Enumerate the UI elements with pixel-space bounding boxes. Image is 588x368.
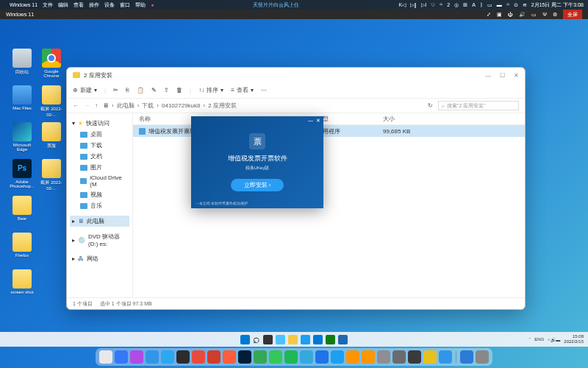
vm-usb-icon[interactable]: Ψ	[542, 12, 547, 17]
dock-app-15[interactable]	[331, 350, 344, 364]
sidebar-item-dvd[interactable]: ▸💿DVD 驱动器 (D:) es:	[70, 231, 129, 249]
vm-fullscreen-button[interactable]: 全屏	[563, 10, 582, 19]
dock-app-23[interactable]	[460, 350, 473, 364]
sidebar-item-documents[interactable]: 文档	[70, 151, 129, 162]
vm-power-icon[interactable]: ⏻	[508, 12, 513, 17]
vm-expand-icon[interactable]: ⤢	[487, 12, 491, 18]
install-button[interactable]: 立即安装 ›	[231, 179, 284, 191]
dock-app-11[interactable]	[269, 350, 282, 364]
display-icon[interactable]: ⊞	[463, 2, 467, 8]
menu-action[interactable]: 操作	[89, 1, 99, 9]
vm-display-icon[interactable]: ▭	[531, 12, 537, 18]
dock-app-7[interactable]	[207, 350, 220, 364]
installer-minimize[interactable]: —	[308, 118, 313, 124]
dock-app-9[interactable]	[238, 350, 251, 364]
next-icon[interactable]: ▷I	[421, 2, 426, 8]
refresh-icon[interactable]: ↻	[428, 102, 433, 109]
desktop-icon-bear[interactable]: Bear	[10, 196, 35, 221]
widgets-icon[interactable]	[276, 335, 285, 344]
menu-window[interactable]: 窗口	[120, 1, 130, 9]
menu-view[interactable]: 查看	[74, 1, 84, 9]
dock-app-19[interactable]	[392, 350, 406, 364]
window-titlebar[interactable]: 2 应用安装 — ☐ ✕	[67, 68, 525, 82]
dock-app-6[interactable]	[192, 350, 205, 364]
dock-app-5[interactable]	[176, 350, 190, 364]
desktop-icon--2022-02-[interactable]: 截屏 2022-02-...	[39, 159, 64, 191]
bluetooth-icon[interactable]: ᛒ	[480, 2, 483, 7]
dock-app-16[interactable]	[346, 350, 359, 364]
app-icon-2[interactable]	[338, 335, 348, 344]
menu-device[interactable]: 设备	[104, 1, 115, 9]
sidebar-item-videos[interactable]: 视频	[70, 189, 129, 200]
cloud-icon[interactable]: ⌔	[440, 2, 442, 7]
sidebar-item-desktop[interactable]: 桌面	[70, 129, 129, 140]
sidebar-item-network[interactable]: ▸🖧网络	[70, 253, 129, 264]
dock-app-4[interactable]	[161, 350, 174, 364]
screen-icon[interactable]: ▭	[487, 2, 492, 8]
app-name[interactable]: Windows 11	[10, 2, 37, 7]
edge-icon[interactable]	[301, 335, 310, 344]
dock-app-2[interactable]	[130, 350, 143, 364]
tray-lang[interactable]: ENG	[534, 337, 544, 342]
dock-app-20[interactable]	[408, 350, 421, 364]
search-input[interactable]: ⌕ 搜索"2 应用安装"	[438, 101, 519, 110]
new-button[interactable]: ⊕ 新建 ▾	[73, 86, 97, 94]
close-button[interactable]: ✕	[514, 72, 519, 79]
sidebar-item-pictures[interactable]: 图片	[70, 162, 129, 173]
dock-app-12[interactable]	[284, 350, 298, 364]
dock-app-13[interactable]	[300, 350, 313, 364]
dock-app-3[interactable]	[146, 350, 159, 364]
desktop-icon--2022-02-[interactable]: 截屏 2022-02-...	[39, 85, 64, 117]
forward-button[interactable]: →	[84, 102, 90, 109]
desktop-icon-mac-files[interactable]: Mac Files	[10, 85, 35, 110]
desktop-icon-firefox[interactable]: Firefox	[10, 233, 35, 258]
sort-button[interactable]: ↑↓ 排序 ▾	[198, 86, 223, 94]
dock-app-24[interactable]	[476, 350, 489, 364]
vm-folder-icon[interactable]: ▣	[497, 12, 502, 18]
date-time[interactable]: 2月15日 周二 下午3:08	[531, 1, 584, 9]
sync-icon[interactable]: ◎	[454, 2, 459, 8]
tray-chevron-icon[interactable]: ˄	[528, 337, 531, 342]
control-center-icon[interactable]: ≋	[523, 2, 527, 8]
search-icon[interactable]: ⊙	[514, 2, 518, 8]
maximize-button[interactable]: ☐	[500, 72, 505, 79]
play-icon[interactable]: ▷‖	[410, 2, 417, 8]
sidebar-item-icloud[interactable]: iCloud Drive (M	[70, 173, 129, 189]
cut-icon[interactable]: ✂	[113, 87, 118, 93]
dock-app-17[interactable]	[362, 350, 375, 364]
dock-app-21[interactable]	[423, 350, 437, 364]
delete-icon[interactable]: 🗑	[176, 87, 182, 93]
view-button[interactable]: ≡ 查看 ▾	[231, 86, 254, 94]
app-icon-1[interactable]	[326, 335, 335, 344]
store-icon[interactable]	[313, 335, 323, 344]
desktop-icon-microsoft-edge[interactable]: Microsoft Edge	[10, 122, 35, 152]
wifi-icon[interactable]: ⌔	[506, 2, 509, 7]
battery-icon[interactable]: ▬	[497, 2, 502, 7]
menu-help[interactable]: 帮助	[135, 1, 146, 9]
desktop-icon--[interactable]: 票服	[39, 122, 64, 149]
more-icon[interactable]: ⋯	[261, 87, 267, 93]
vm-gear-icon[interactable]: ⚙	[553, 12, 557, 18]
share-icon[interactable]: ⇪	[164, 87, 169, 93]
desktop-icon-google-chrome[interactable]: Google Chrome	[39, 49, 64, 78]
dock-app-0[interactable]	[99, 350, 112, 364]
sidebar-item-music[interactable]: 音乐	[70, 200, 129, 211]
copy-icon[interactable]: ⎘	[126, 87, 129, 93]
start-button[interactable]	[240, 335, 250, 344]
taskbar-search-icon[interactable]: ⌕	[253, 333, 260, 346]
tray-wifi-icon[interactable]: ⌔🔊▬	[548, 337, 560, 342]
desktop-icon-screen-shot[interactable]: screen shot	[10, 269, 35, 294]
dock-app-14[interactable]	[315, 350, 329, 364]
paste-icon[interactable]: 📋	[137, 87, 144, 93]
back-button[interactable]: ←	[73, 102, 79, 109]
explorer-icon[interactable]	[288, 335, 298, 344]
sidebar-item-downloads[interactable]: 下载	[70, 140, 129, 151]
dock-app-10[interactable]	[254, 350, 267, 364]
installer-close[interactable]: ✕	[316, 118, 320, 124]
vm-sound-icon[interactable]: 🔊	[519, 12, 526, 18]
task-view-icon[interactable]	[263, 335, 273, 344]
rename-icon[interactable]: ✎	[151, 87, 157, 93]
heart-icon[interactable]: ♡	[431, 2, 435, 8]
dock-app-18[interactable]	[377, 350, 390, 364]
sidebar-item-this-pc[interactable]: ▸🖥此电脑	[70, 216, 129, 227]
